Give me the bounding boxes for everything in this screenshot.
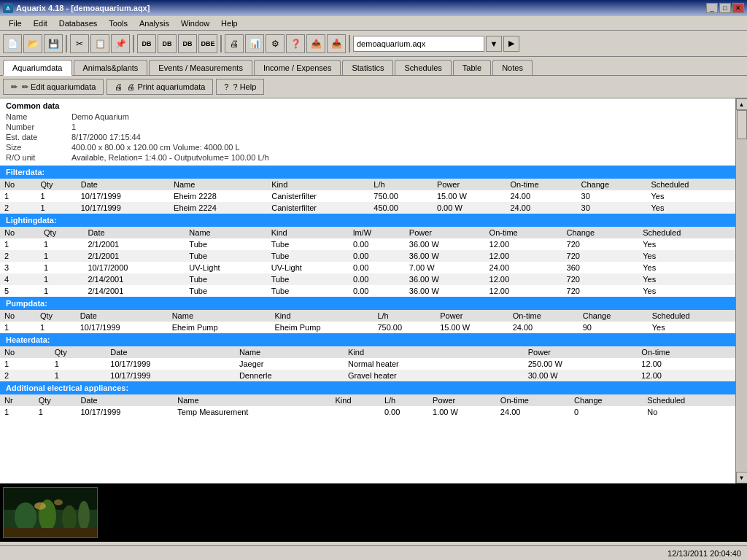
save-button[interactable]: 💾 (44, 34, 63, 53)
table-cell: 720 (562, 238, 639, 250)
menu-tools[interactable]: Tools (103, 18, 133, 29)
paste-button[interactable]: 📌 (111, 34, 130, 53)
table-cell: Jaeger (235, 358, 344, 370)
tab-notes[interactable]: Notes (492, 60, 533, 75)
tab-animalsplants[interactable]: Animals&plants (74, 60, 148, 75)
table-cell: 1 (39, 285, 83, 297)
db3-button[interactable]: DB (178, 34, 197, 53)
separator-4 (349, 35, 350, 52)
table-cell: 10/17/1999 (77, 202, 169, 214)
col-power: Power (428, 394, 496, 406)
table-cell: Gravel heater (344, 370, 500, 381)
tabs: Aquariumdata Animals&plants Events / Mea… (0, 57, 747, 76)
table-cell: 24.00 (496, 406, 570, 418)
path-dropdown[interactable]: ▼ (486, 36, 502, 52)
col-scheduled: Scheduled (646, 179, 735, 190)
table-cell: 30.00 W (524, 370, 638, 381)
scroll-track[interactable] (736, 110, 748, 472)
cut-button[interactable]: ✂ (70, 34, 89, 53)
db4-button[interactable]: DBE (198, 34, 217, 53)
menu-help[interactable]: Help (215, 18, 244, 29)
table-row: 2110/17/1999DennerleGravel heater30.00 W… (0, 370, 735, 381)
path-forward[interactable]: ▶ (503, 36, 519, 52)
col-kind: Kind (267, 227, 349, 238)
tab-statistics[interactable]: Statistics (342, 60, 393, 75)
help-aquariumdata-button[interactable]: ? ? Help (216, 79, 264, 95)
export-button[interactable]: 📤 (306, 34, 325, 53)
table-cell: 0 (570, 406, 643, 418)
menu-edit[interactable]: Edit (28, 18, 53, 29)
open-button[interactable]: 📂 (23, 34, 42, 53)
col-qty: Qty (50, 346, 107, 358)
print2-button[interactable]: 📊 (245, 34, 264, 53)
table-cell: 1 (50, 370, 107, 381)
table-cell: Yes (648, 322, 735, 333)
vertical-scrollbar[interactable]: ▲ ▼ (735, 98, 747, 483)
table-cell: Tube (185, 238, 266, 250)
copy-button[interactable]: 📋 (90, 34, 109, 53)
tab-events[interactable]: Events / Measurements (149, 60, 252, 75)
col-power: Power (436, 310, 508, 322)
close-button[interactable]: ✕ (732, 3, 744, 13)
import-button[interactable]: 📥 (327, 34, 346, 53)
minimize-button[interactable]: _ (706, 3, 718, 13)
tab-income[interactable]: Income / Expenses (254, 60, 341, 75)
table-cell: 2/14/2001 (83, 285, 185, 297)
scroll-down-button[interactable]: ▼ (736, 472, 748, 483)
action-bar: ✏ ✏ Edit aquariumdata 🖨 🖨 Print aquarium… (0, 76, 747, 98)
table-cell: 1 (36, 190, 76, 202)
table-cell: 2 (0, 370, 50, 381)
menu-window[interactable]: Window (175, 18, 215, 29)
tab-aquariumdata[interactable]: Aquariumdata (3, 60, 72, 76)
db1-button[interactable]: DB (137, 34, 156, 53)
table-cell: 2/14/2001 (83, 273, 185, 285)
table-cell: 12.00 (637, 370, 735, 381)
table-cell: 250.00 W (524, 358, 638, 370)
filterdata-body: 1110/17/1999Eheim 2228Canisterfilter750.… (0, 190, 735, 214)
content-wrapper: Common data Name Demo Aquarium Number 1 … (0, 98, 747, 483)
tab-table[interactable]: Table (453, 60, 491, 75)
table-cell: 1 (0, 358, 50, 370)
menu-analysis[interactable]: Analysis (133, 18, 175, 29)
table-cell: 10/17/2000 (83, 262, 185, 273)
menu-databases[interactable]: Databases (53, 18, 104, 29)
table-cell: Eheim 2228 (169, 190, 267, 202)
additional-electrical-table: Nr Qty Date Name Kind L/h Power On-time … (0, 394, 735, 418)
table-cell: Canisterfilter (267, 190, 369, 202)
scroll-content[interactable]: Common data Name Demo Aquarium Number 1 … (0, 98, 735, 483)
tab-schedules[interactable]: Schedules (395, 60, 451, 75)
settings-button[interactable]: ⚙ (266, 34, 285, 53)
table-cell: 12.00 (485, 273, 562, 285)
table-cell: 1 (39, 250, 83, 262)
menu-file[interactable]: File (3, 18, 28, 29)
label-name: Name (6, 112, 71, 121)
table-cell: 1 (36, 322, 76, 333)
table-cell: Yes (646, 190, 735, 202)
print-aquariumdata-button[interactable]: 🖨 🖨 Print aquariumdata (107, 79, 213, 95)
db-path-input[interactable] (353, 36, 484, 52)
col-name: Name (173, 394, 330, 406)
table-cell: Tube (267, 250, 349, 262)
table-cell: UV-Light (185, 262, 266, 273)
print-button[interactable]: 🖨 (225, 34, 244, 53)
table-cell: Tube (267, 285, 349, 297)
statusbar: 12/13/2011 20:04:40 (0, 545, 747, 560)
col-name: Name (185, 227, 266, 238)
col-kind: Kind (331, 394, 380, 406)
table-cell: Tube (185, 273, 266, 285)
help-button[interactable]: ❓ (286, 34, 305, 53)
col-empty (500, 346, 524, 358)
maximize-button[interactable]: □ (719, 3, 731, 13)
new-button[interactable]: 📄 (3, 34, 22, 53)
db2-button[interactable]: DB (158, 34, 177, 53)
app-icon: A (3, 3, 13, 13)
table-cell: 12.00 (485, 285, 562, 297)
scroll-thumb[interactable] (737, 110, 747, 139)
col-qty: Qty (36, 310, 76, 322)
edit-aquariumdata-button[interactable]: ✏ ✏ Edit aquariumdata (3, 79, 104, 95)
label-estdate: Est. date (6, 133, 71, 141)
data-row-rounit: R/O unit Available, Relation= 1:4.00 - O… (6, 152, 729, 163)
scroll-up-button[interactable]: ▲ (736, 98, 748, 110)
col-ontime: On-time (508, 310, 578, 322)
common-data-title: Common data (6, 101, 729, 110)
